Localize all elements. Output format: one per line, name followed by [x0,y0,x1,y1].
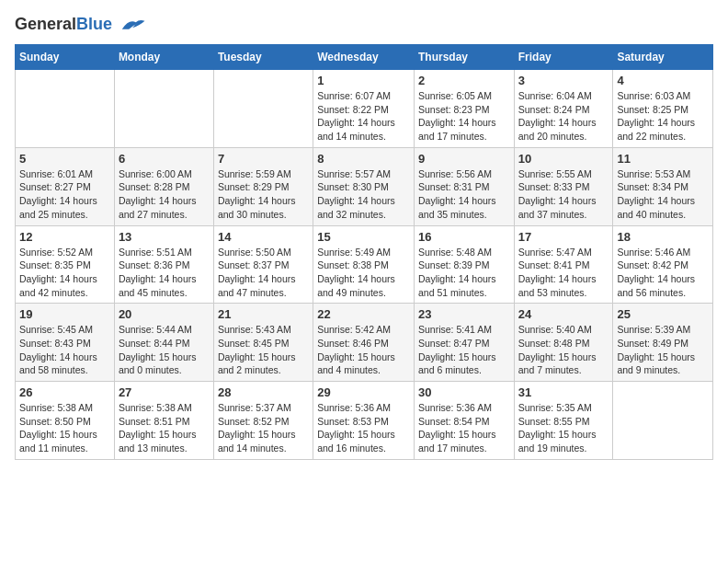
weekday-header-sunday: Sunday [16,45,115,70]
day-number: 2 [418,74,510,87]
calendar-cell: 10Sunrise: 5:55 AM Sunset: 8:33 PM Dayli… [514,147,613,225]
calendar-week-row: 5Sunrise: 6:01 AM Sunset: 8:27 PM Daylig… [16,147,713,225]
day-info: Sunrise: 6:00 AM Sunset: 8:28 PM Dayligh… [119,167,210,222]
day-number: 11 [617,152,709,166]
day-info: Sunrise: 5:59 AM Sunset: 8:29 PM Dayligh… [218,167,309,222]
calendar-cell: 4Sunrise: 6:03 AM Sunset: 8:25 PM Daylig… [613,70,713,148]
calendar-cell: 28Sunrise: 5:37 AM Sunset: 8:52 PM Dayli… [213,382,313,460]
day-number: 1 [317,74,410,87]
day-number: 25 [617,307,709,321]
calendar-cell: 1Sunrise: 6:07 AM Sunset: 8:22 PM Daylig… [313,70,415,148]
weekday-header-friday: Friday [514,45,613,70]
day-info: Sunrise: 5:52 AM Sunset: 8:35 PM Dayligh… [19,246,110,300]
day-info: Sunrise: 5:56 AM Sunset: 8:31 PM Dayligh… [418,167,510,222]
day-number: 7 [218,152,309,166]
day-number: 12 [19,230,110,244]
calendar-cell: 27Sunrise: 5:38 AM Sunset: 8:51 PM Dayli… [114,382,213,460]
day-info: Sunrise: 5:47 AM Sunset: 8:41 PM Dayligh… [518,246,609,300]
calendar-cell: 12Sunrise: 5:52 AM Sunset: 8:35 PM Dayli… [16,225,115,304]
day-info: Sunrise: 6:01 AM Sunset: 8:27 PM Dayligh… [19,167,110,222]
calendar-cell: 17Sunrise: 5:47 AM Sunset: 8:41 PM Dayli… [514,225,613,304]
day-number: 13 [119,230,210,244]
day-number: 3 [518,74,609,87]
calendar-cell: 9Sunrise: 5:56 AM Sunset: 8:31 PM Daylig… [414,147,514,225]
calendar-cell [613,382,713,460]
day-number: 16 [418,230,510,244]
weekday-header-tuesday: Tuesday [213,45,313,70]
calendar-cell: 29Sunrise: 5:36 AM Sunset: 8:53 PM Dayli… [313,382,415,460]
calendar-cell: 19Sunrise: 5:45 AM Sunset: 8:43 PM Dayli… [16,304,115,382]
calendar-week-row: 1Sunrise: 6:07 AM Sunset: 8:22 PM Daylig… [16,70,713,148]
weekday-header-row: SundayMondayTuesdayWednesdayThursdayFrid… [16,45,713,70]
day-info: Sunrise: 5:35 AM Sunset: 8:55 PM Dayligh… [518,401,609,455]
calendar-table: SundayMondayTuesdayWednesdayThursdayFrid… [15,44,713,460]
day-number: 18 [617,230,709,244]
day-number: 27 [119,385,210,399]
day-info: Sunrise: 5:50 AM Sunset: 8:37 PM Dayligh… [218,246,309,300]
day-number: 5 [19,152,110,166]
page-header: GeneralBlue [15,15,713,37]
day-info: Sunrise: 5:49 AM Sunset: 8:38 PM Dayligh… [317,246,410,300]
day-info: Sunrise: 5:37 AM Sunset: 8:52 PM Dayligh… [218,401,309,455]
day-info: Sunrise: 5:43 AM Sunset: 8:45 PM Dayligh… [218,323,309,377]
day-info: Sunrise: 6:05 AM Sunset: 8:23 PM Dayligh… [418,89,510,144]
day-info: Sunrise: 5:57 AM Sunset: 8:30 PM Dayligh… [317,167,410,222]
day-info: Sunrise: 5:38 AM Sunset: 8:50 PM Dayligh… [19,401,110,455]
calendar-cell: 11Sunrise: 5:53 AM Sunset: 8:34 PM Dayli… [613,147,713,225]
logo: GeneralBlue [15,15,146,37]
calendar-cell: 31Sunrise: 5:35 AM Sunset: 8:55 PM Dayli… [514,382,613,460]
calendar-cell: 22Sunrise: 5:42 AM Sunset: 8:46 PM Dayli… [313,304,415,382]
weekday-header-thursday: Thursday [414,45,514,70]
calendar-cell: 7Sunrise: 5:59 AM Sunset: 8:29 PM Daylig… [213,147,313,225]
day-info: Sunrise: 5:48 AM Sunset: 8:39 PM Dayligh… [418,246,510,300]
day-info: Sunrise: 5:38 AM Sunset: 8:51 PM Dayligh… [119,401,210,455]
weekday-header-monday: Monday [114,45,213,70]
day-info: Sunrise: 5:40 AM Sunset: 8:48 PM Dayligh… [518,323,609,377]
logo-bird-icon [119,15,146,37]
day-number: 21 [218,307,309,321]
calendar-cell: 25Sunrise: 5:39 AM Sunset: 8:49 PM Dayli… [613,304,713,382]
day-info: Sunrise: 5:45 AM Sunset: 8:43 PM Dayligh… [19,323,110,377]
calendar-cell [213,70,313,148]
day-number: 24 [518,307,609,321]
calendar-cell: 18Sunrise: 5:46 AM Sunset: 8:42 PM Dayli… [613,225,713,304]
day-number: 4 [617,74,709,87]
day-number: 23 [418,307,510,321]
logo-blue: Blue [76,15,112,33]
day-info: Sunrise: 6:07 AM Sunset: 8:22 PM Dayligh… [317,89,410,144]
calendar-cell: 30Sunrise: 5:36 AM Sunset: 8:54 PM Dayli… [414,382,514,460]
day-number: 30 [418,385,510,399]
day-info: Sunrise: 5:41 AM Sunset: 8:47 PM Dayligh… [418,323,510,377]
day-info: Sunrise: 5:42 AM Sunset: 8:46 PM Dayligh… [317,323,410,377]
calendar-cell: 8Sunrise: 5:57 AM Sunset: 8:30 PM Daylig… [313,147,415,225]
calendar-week-row: 12Sunrise: 5:52 AM Sunset: 8:35 PM Dayli… [16,225,713,304]
day-number: 17 [518,230,609,244]
calendar-cell: 13Sunrise: 5:51 AM Sunset: 8:36 PM Dayli… [114,225,213,304]
day-info: Sunrise: 6:04 AM Sunset: 8:24 PM Dayligh… [518,89,609,144]
day-number: 8 [317,152,410,166]
day-info: Sunrise: 5:51 AM Sunset: 8:36 PM Dayligh… [119,246,210,300]
day-info: Sunrise: 5:36 AM Sunset: 8:53 PM Dayligh… [317,401,410,455]
day-number: 29 [317,385,410,399]
calendar-cell [16,70,115,148]
calendar-cell: 21Sunrise: 5:43 AM Sunset: 8:45 PM Dayli… [213,304,313,382]
day-number: 14 [218,230,309,244]
calendar-cell: 2Sunrise: 6:05 AM Sunset: 8:23 PM Daylig… [414,70,514,148]
day-number: 10 [518,152,609,166]
day-number: 20 [119,307,210,321]
day-number: 6 [119,152,210,166]
day-number: 28 [218,385,309,399]
calendar-cell: 16Sunrise: 5:48 AM Sunset: 8:39 PM Dayli… [414,225,514,304]
day-info: Sunrise: 5:44 AM Sunset: 8:44 PM Dayligh… [119,323,210,377]
day-number: 26 [19,385,110,399]
calendar-week-row: 26Sunrise: 5:38 AM Sunset: 8:50 PM Dayli… [16,382,713,460]
day-number: 22 [317,307,410,321]
day-info: Sunrise: 5:53 AM Sunset: 8:34 PM Dayligh… [617,167,709,222]
calendar-cell: 15Sunrise: 5:49 AM Sunset: 8:38 PM Dayli… [313,225,415,304]
calendar-week-row: 19Sunrise: 5:45 AM Sunset: 8:43 PM Dayli… [16,304,713,382]
calendar-cell: 23Sunrise: 5:41 AM Sunset: 8:47 PM Dayli… [414,304,514,382]
calendar-cell: 3Sunrise: 6:04 AM Sunset: 8:24 PM Daylig… [514,70,613,148]
day-info: Sunrise: 6:03 AM Sunset: 8:25 PM Dayligh… [617,89,709,144]
day-info: Sunrise: 5:55 AM Sunset: 8:33 PM Dayligh… [518,167,609,222]
day-info: Sunrise: 5:36 AM Sunset: 8:54 PM Dayligh… [418,401,510,455]
